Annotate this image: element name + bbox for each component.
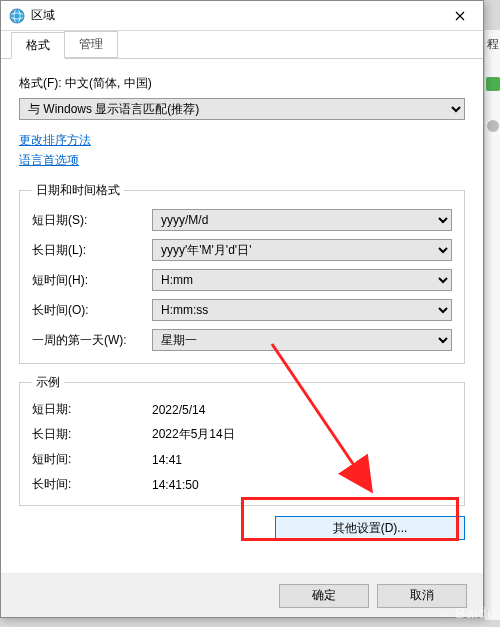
ok-button[interactable]: 确定: [279, 584, 369, 608]
svg-point-1: [487, 120, 499, 132]
short-date-label: 短日期(S):: [32, 212, 152, 229]
short-time-select[interactable]: H:mm: [152, 269, 452, 291]
cancel-button[interactable]: 取消: [377, 584, 467, 608]
example-short-date-label: 短日期:: [32, 401, 152, 418]
tab-strip: 格式 管理: [1, 31, 483, 59]
link-change-sort[interactable]: 更改排序方法: [19, 130, 465, 150]
long-time-label: 长时间(O):: [32, 302, 152, 319]
example-short-time-value: 14:41: [152, 453, 452, 467]
first-day-label: 一周的第一天(W):: [32, 332, 152, 349]
tab-admin[interactable]: 管理: [64, 31, 118, 58]
datetime-format-legend: 日期和时间格式: [32, 182, 124, 199]
example-short-date-value: 2022/5/14: [152, 403, 452, 417]
background-side-strip: 程: [484, 30, 500, 620]
example-long-date-value: 2022年5月14日: [152, 426, 452, 443]
long-time-select[interactable]: H:mm:ss: [152, 299, 452, 321]
short-time-label: 短时间(H):: [32, 272, 152, 289]
globe-icon: [9, 8, 25, 24]
region-dialog: 区域 格式 管理 格式(F): 中文(简体, 中国) 与 Windows 显示语…: [0, 0, 484, 618]
tab-format[interactable]: 格式: [11, 32, 65, 59]
example-legend: 示例: [32, 374, 64, 391]
format-select[interactable]: 与 Windows 显示语言匹配(推荐): [19, 98, 465, 120]
long-date-label: 长日期(L):: [32, 242, 152, 259]
format-label: 格式(F): 中文(简体, 中国): [19, 75, 465, 92]
example-long-date-label: 长日期:: [32, 426, 152, 443]
dialog-button-bar: 确定 取消 应用(A): [1, 573, 483, 617]
links-block: 更改排序方法 语言首选项: [19, 130, 465, 170]
additional-settings-row: 其他设置(D)...: [19, 516, 465, 540]
side-gray-icon: [486, 119, 500, 133]
close-icon: [455, 11, 465, 21]
side-green-icon: [486, 77, 500, 91]
close-button[interactable]: [437, 1, 483, 31]
example-short-time-label: 短时间:: [32, 451, 152, 468]
dialog-title: 区域: [31, 7, 55, 24]
side-text: 程: [485, 36, 500, 53]
datetime-format-fieldset: 日期和时间格式 短日期(S): yyyy/M/d 长日期(L): yyyy'年'…: [19, 182, 465, 364]
long-date-select[interactable]: yyyy'年'M'月'd'日': [152, 239, 452, 261]
example-long-time-value: 14:41:50: [152, 478, 452, 492]
short-date-select[interactable]: yyyy/M/d: [152, 209, 452, 231]
first-day-select[interactable]: 星期一: [152, 329, 452, 351]
titlebar: 区域: [1, 1, 483, 31]
example-fieldset: 示例 短日期: 2022/5/14 长日期: 2022年5月14日 短时间: 1…: [19, 374, 465, 506]
svg-rect-0: [486, 77, 500, 91]
dialog-body: 格式(F): 中文(简体, 中国) 与 Windows 显示语言匹配(推荐) 更…: [1, 59, 483, 552]
additional-settings-button[interactable]: 其他设置(D)...: [275, 516, 465, 540]
example-long-time-label: 长时间:: [32, 476, 152, 493]
link-language-prefs[interactable]: 语言首选项: [19, 150, 465, 170]
